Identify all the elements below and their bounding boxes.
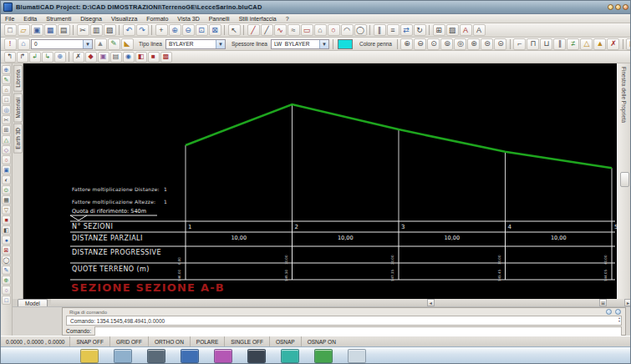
cut-icon[interactable]: ✂ — [77, 24, 89, 36]
tool-close-icon[interactable]: ⊠ — [2, 245, 11, 255]
sidebar-tab-materiali[interactable]: Materiali — [13, 94, 23, 123]
taskbar-app-3[interactable] — [147, 349, 165, 363]
sidebar-tab-earth-3d[interactable]: Earth 3D — [13, 124, 23, 154]
layer-manager-icon[interactable]: ⌂ — [18, 38, 30, 50]
refresh-icon[interactable]: ⊕ — [54, 52, 66, 63]
print-icon[interactable]: ▤ — [58, 24, 70, 36]
menu--[interactable]: ? — [286, 16, 289, 22]
chevron-down-icon[interactable]: ▼ — [83, 40, 92, 48]
region-icon[interactable]: ◧ — [135, 52, 147, 63]
tool-rect-icon[interactable]: □ — [2, 95, 11, 104]
taskbar-app-1[interactable] — [80, 349, 99, 363]
text-icon[interactable]: A — [473, 24, 486, 36]
zoom-in-icon[interactable]: ⊕ — [169, 24, 181, 36]
layer-match-icon[interactable]: ◣ — [121, 38, 134, 50]
menu-vista-3d[interactable]: Vista 3D — [177, 16, 199, 22]
taskbar-app-4[interactable] — [181, 349, 199, 363]
tool-point-icon[interactable]: ● — [2, 235, 11, 245]
taskbar-app-5[interactable] — [214, 349, 232, 363]
delete-icon[interactable]: ✗ — [73, 52, 84, 63]
status-toggle-ortho-on[interactable]: ORTHO ON — [148, 336, 190, 346]
tool-grid-icon[interactable]: ⊞ — [2, 125, 11, 134]
status-toggle-grid-off[interactable]: GRID OFF — [109, 336, 148, 346]
dim-ordinate-icon[interactable]: ⊔ — [540, 38, 552, 50]
tool-draw-icon[interactable]: ✎ — [2, 265, 11, 275]
zoom-window-icon[interactable]: ⊡ — [196, 24, 208, 36]
polygon-icon[interactable]: ⌂ — [314, 24, 327, 36]
properties-panel-collapsed[interactable]: Finestra delle Proprietà — [617, 63, 631, 299]
undo-icon[interactable]: ↶ — [123, 24, 135, 36]
tool-diamond-icon[interactable]: ◇ — [2, 145, 11, 154]
taskbar-app-6[interactable] — [247, 349, 266, 363]
parallel-icon[interactable]: ∥ — [374, 24, 386, 36]
ucs-icon[interactable]: ↰ — [4, 52, 16, 63]
mesh-icon[interactable]: ▩ — [160, 52, 172, 63]
chevron-down-icon[interactable]: ▼ — [319, 40, 328, 48]
arc-icon[interactable]: ◠ — [341, 24, 354, 36]
text-style-icon[interactable]: A — [460, 24, 472, 36]
command-input[interactable] — [94, 326, 622, 336]
minimize-button[interactable] — [608, 4, 613, 10]
tool-hatch-icon[interactable]: ▦ — [2, 195, 11, 205]
tool-plus-icon[interactable]: ⊕ — [2, 276, 11, 285]
layer-edit-icon[interactable]: ✎ — [108, 38, 120, 50]
tool-ring-icon[interactable]: ◯ — [2, 255, 11, 265]
panel-float-button[interactable] — [606, 309, 612, 315]
solid-icon[interactable]: ■ — [148, 52, 160, 63]
ellipse-icon[interactable]: ◯ — [354, 24, 367, 36]
taskbar-app-9[interactable] — [348, 349, 366, 363]
block-icon[interactable]: ▤ — [110, 52, 122, 63]
status-toggle-osnap[interactable]: OSNAP — [269, 336, 301, 346]
layer-state-icon[interactable]: ! — [4, 38, 17, 50]
pen-color-swatch[interactable] — [338, 39, 353, 49]
spessore-linea-select[interactable]: LW_BYLAYER ▼ — [271, 39, 329, 49]
zoom-previous-icon[interactable]: ⊖ — [414, 38, 426, 50]
tool-pencil-icon[interactable]: ✎ — [2, 75, 11, 84]
stamp-icon[interactable]: ▣ — [98, 52, 109, 63]
line-icon[interactable]: ╱ — [247, 24, 260, 36]
tool-target-icon[interactable]: ◎ — [2, 105, 11, 114]
save-icon[interactable]: ▣ — [31, 24, 43, 36]
tool-zoom-icon[interactable]: ⊕ — [2, 65, 11, 74]
dim-parallel-icon[interactable]: ∥ — [553, 38, 566, 50]
view-rotate-icon[interactable]: ↲ — [29, 52, 41, 63]
tool-down-icon[interactable]: ▽ — [2, 205, 11, 215]
zoom-dynamic-icon[interactable]: ⊚ — [440, 38, 453, 50]
status-toggle-snap-off[interactable]: SNAP OFF — [69, 336, 109, 346]
menu-pannelli[interactable]: Pannelli — [209, 16, 230, 22]
dim-linear-icon[interactable]: ⌐ — [513, 38, 526, 50]
new-file-icon[interactable]: □ — [4, 24, 17, 36]
history-scroll-spinner[interactable]: ▴▾ — [618, 316, 620, 323]
hatch-icon[interactable]: ▨ — [446, 24, 459, 36]
offset-icon[interactable]: ≡ — [387, 24, 399, 36]
measure-icon[interactable]: ≠ — [567, 38, 579, 50]
menu-disegna[interactable]: Disegna — [80, 16, 102, 22]
menu-formato[interactable]: Formato — [146, 16, 168, 22]
zoom-extents-icon[interactable]: ⊝ — [494, 38, 506, 50]
scroll-right-icon[interactable]: ▸ — [624, 299, 631, 306]
status-toggle-osnap-on[interactable]: OSNAP ON — [301, 336, 342, 346]
panel-expand-handle[interactable] — [620, 172, 629, 187]
layer-select[interactable]: 0 ▼ — [31, 39, 93, 49]
erase-icon[interactable]: ◆ — [85, 52, 97, 63]
menu-file[interactable]: File — [5, 16, 14, 22]
zoom-extents-icon[interactable]: ⊠ — [209, 24, 221, 36]
dim-aligned-icon[interactable]: ⊓ — [527, 38, 539, 50]
polyline-icon[interactable]: ∿ — [274, 24, 287, 36]
move-icon[interactable]: ⇄ — [400, 24, 413, 36]
tool-sq-icon[interactable]: □ — [2, 296, 11, 305]
status-toggle-polare[interactable]: POLARE — [190, 336, 224, 346]
open-folder-icon[interactable]: ▱ — [18, 24, 30, 36]
drawing-canvas[interactable]: 1234510,0010,0010,0010,00 Fattore moltip… — [23, 63, 617, 299]
menu-edita[interactable]: Edita — [23, 16, 37, 22]
zoom-all-icon[interactable]: ⊜ — [481, 38, 493, 50]
taskbar-app-8[interactable] — [314, 349, 333, 363]
scroll-grid-icon[interactable]: ⊞ — [599, 299, 607, 306]
tool-circle-icon[interactable]: ○ — [2, 155, 11, 164]
menu-visualizza[interactable]: Visualizza — [111, 16, 137, 22]
scroll-left-icon[interactable]: ◂ — [427, 299, 435, 306]
rotate-icon[interactable]: ↻ — [414, 24, 426, 36]
taskbar-app-7[interactable] — [281, 349, 299, 363]
pan-icon[interactable]: + — [155, 24, 168, 36]
construction-line-icon[interactable]: ╱ — [261, 24, 273, 36]
